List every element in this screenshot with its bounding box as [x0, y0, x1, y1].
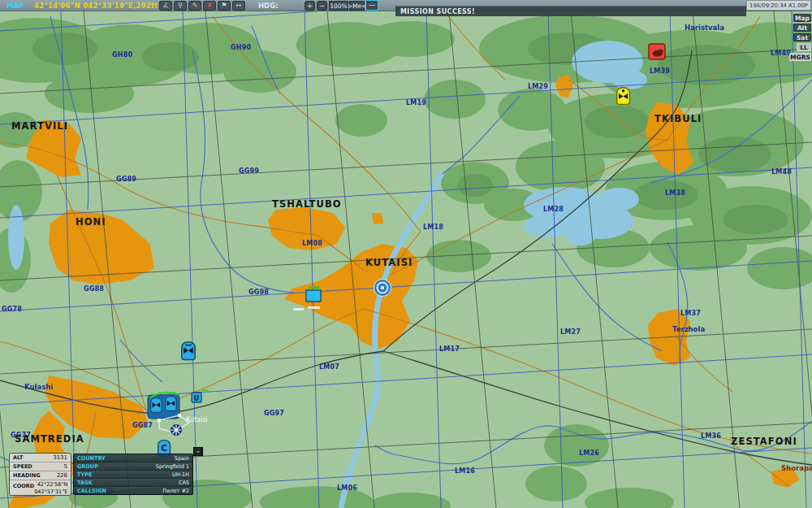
sat-view-button[interactable]: Sat [793, 33, 811, 41]
airfield-icon[interactable] [374, 280, 391, 297]
cursor-coordinates: 42°14'06"N 042°33'19"E,292ft [34, 2, 158, 10]
map-mode-label: MAP [6, 2, 24, 10]
edit-note-tool-icon[interactable]: ✎ [188, 1, 201, 11]
panel-toggle-button[interactable]: » [193, 447, 203, 456]
callsign-row: CALLSIGNПилот #2 [74, 487, 192, 495]
speed-row: SPEED5 [10, 462, 71, 471]
friendly-unit-u-badge[interactable]: U [192, 390, 209, 402]
zoom-level[interactable]: 100% [329, 1, 348, 11]
farp-icon[interactable] [293, 287, 321, 311]
svg-text:C: C [161, 444, 166, 453]
friendly-helicopter-group-icon[interactable] [148, 393, 180, 419]
flight-info-panel: ALT3131 SPEED5 HEADING226 COORD 42°22'56… [9, 453, 71, 496]
mgrs-coords-button[interactable]: MGRS [789, 53, 811, 61]
zoom-in-button[interactable]: + [304, 1, 315, 11]
task-row: TASKCAS [74, 479, 192, 487]
ruler-tool-icon[interactable]: ∠ [159, 1, 172, 11]
friendly-helicopter-icon[interactable] [182, 342, 196, 360]
coord-row: COORD 42°22'56"N042°57'31"E [10, 480, 71, 496]
mission-status-banner: MISSION SUCCESS! [395, 6, 746, 16]
zoom-out-button[interactable]: − [317, 1, 327, 11]
ll-coords-button[interactable]: LL [797, 43, 811, 51]
player-roundel-icon[interactable] [171, 425, 182, 436]
svg-text:U: U [194, 394, 200, 402]
selected-tool-button[interactable]: — [365, 0, 378, 11]
heading-label: HDG: [258, 2, 279, 10]
unit-icon-layer: U C [0, 0, 812, 508]
unit-info-panel: COUNTRYSpain GROUPSpringfield 1 TYPEUH-1… [73, 454, 193, 495]
delete-note-tool-icon[interactable]: ✘ [203, 1, 216, 11]
alt-view-button[interactable]: Alt [793, 24, 811, 32]
flag-marker-tool-icon[interactable]: ⚑ [218, 1, 231, 11]
neutral-helicopter-icon[interactable] [617, 88, 630, 105]
mission-time-display: 196/09:20:34 A1.00P [746, 0, 811, 11]
selection-arc-icon [201, 390, 209, 392]
country-row: COUNTRYSpain [74, 454, 192, 462]
map-view-button[interactable]: Map [793, 14, 811, 22]
alt-row: ALT3131 [10, 454, 71, 462]
map-mode-buttons: Map Alt Sat LL MGRS [789, 14, 811, 63]
enemy-ground-unit-icon[interactable] [649, 44, 665, 59]
heading-row: HEADING226 [10, 471, 71, 480]
search-tool-icon[interactable]: ⚲ [174, 1, 187, 11]
type-row: TYPEUH-1H [74, 471, 192, 479]
group-row: GROUPSpringfield 1 [74, 462, 192, 471]
center-on-me-button[interactable]: >Me< [349, 1, 365, 11]
measure-distance-tool-icon[interactable]: ↔ [232, 1, 245, 11]
